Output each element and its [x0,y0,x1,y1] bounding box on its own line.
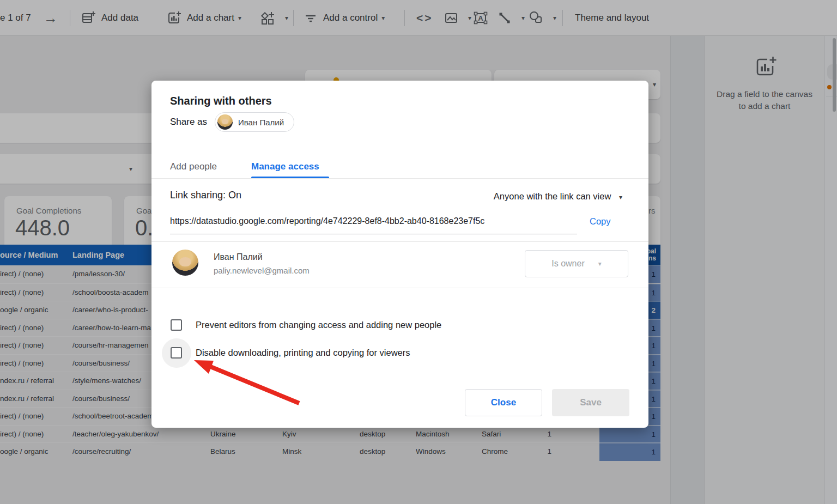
divider [151,178,648,179]
owner-email: paliy.newlevel@gmail.com [214,266,310,275]
divider [151,241,648,242]
prevent-editors-row: Prevent editors from changing access and… [171,319,441,331]
disable-download-row: Disable downloading, printing and copyin… [171,347,410,359]
owner-role-value: Is owner [551,259,584,269]
prevent-editors-checkbox[interactable] [171,319,182,331]
dialog-title: Sharing with others [170,95,272,107]
divider [151,288,648,288]
owner-role-dropdown[interactable]: Is owner ▾ [525,250,628,277]
link-permission-dropdown[interactable]: Anyone with the link can view ▾ [494,191,622,202]
disable-download-label: Disable downloading, printing and copyin… [196,348,410,358]
avatar [217,114,233,130]
datastudio-app: e 1 of 7 → Add data [0,0,837,504]
avatar [172,250,198,276]
tab-manage-access[interactable]: Manage access [251,161,319,172]
chevron-down-icon: ▾ [598,260,602,268]
link-sharing-status: Link sharing: On [170,190,241,201]
chevron-down-icon: ▾ [619,193,622,201]
copy-link-button[interactable]: Copy [590,216,611,227]
sharing-dialog: Sharing with others Share as Иван Палий … [151,81,648,428]
prevent-editors-label: Prevent editors from changing access and… [196,320,441,330]
link-permission-value: Anyone with the link can view [494,191,611,201]
save-button[interactable]: Save [552,389,629,416]
close-button[interactable]: Close [465,389,542,416]
share-as-label: Share as [170,117,207,127]
disable-download-checkbox[interactable] [171,347,182,359]
share-as-name: Иван Палий [238,118,284,127]
url-underline [170,234,577,234]
share-url-field[interactable]: https://datastudio.google.com/reporting/… [170,216,577,226]
tab-add-people[interactable]: Add people [170,161,217,172]
share-as-chip[interactable]: Иван Палий [215,112,294,132]
owner-name: Иван Палий [214,252,263,262]
